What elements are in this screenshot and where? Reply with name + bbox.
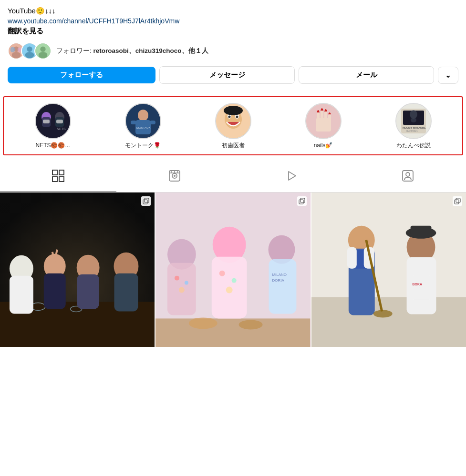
svg-rect-35 [321, 111, 323, 122]
bio-translate-button[interactable]: 翻訳を見る [8, 27, 458, 36]
grid-icon [52, 170, 64, 185]
multi-photo-icon-0 [141, 196, 151, 206]
bio-link[interactable]: www.youtube.com/channel/UCFFH1T9H5J7lAr4… [8, 17, 458, 25]
svg-rect-17 [56, 120, 63, 123]
svg-rect-46 [59, 170, 64, 175]
svg-point-30 [236, 116, 238, 118]
follow-button[interactable]: フォローする [8, 67, 155, 83]
svg-rect-78 [155, 318, 310, 347]
video-play-icon [285, 170, 298, 185]
photo-cell-2[interactable]: BOKA [311, 192, 466, 347]
stories-row: NETS NETS🏀🏀... MONTAUK [8, 103, 458, 150]
svg-rect-14 [43, 120, 50, 123]
svg-point-80 [239, 320, 263, 329]
svg-rect-75 [145, 198, 149, 203]
story-circle-1[interactable]: MONTAUK [125, 103, 161, 139]
followers-row: フォロワー: retoroasobi、chizu319choco、他１人 [8, 42, 458, 60]
svg-point-58 [406, 172, 410, 176]
svg-point-88 [219, 270, 225, 276]
svg-rect-113 [455, 200, 459, 204]
multi-photo-icon-1 [297, 196, 307, 206]
story-item-4[interactable]: NEOMY WATANBE 06/23/2021 わたんべ伝説 [392, 103, 435, 150]
story-item-3[interactable]: nails💅 [302, 103, 345, 150]
svg-point-83 [175, 275, 179, 280]
story-label-3: nails💅 [314, 142, 333, 150]
svg-point-6 [27, 47, 32, 52]
svg-rect-96 [300, 198, 305, 203]
story-circle-4[interactable]: NEOMY WATANBE 06/23/2021 [395, 103, 432, 139]
svg-rect-45 [52, 170, 57, 175]
more-button[interactable]: ⌄ [438, 67, 458, 84]
tab-reels[interactable] [116, 163, 233, 192]
svg-marker-56 [289, 172, 296, 180]
svg-point-9 [40, 47, 45, 52]
svg-point-31 [224, 106, 243, 115]
svg-rect-47 [52, 177, 57, 182]
tab-grid[interactable] [0, 163, 116, 192]
followers-text: フォロワー: retoroasobi、chizu319choco、他１人 [56, 47, 208, 55]
chevron-down-icon: ⌄ [445, 71, 451, 79]
svg-point-106 [373, 310, 392, 317]
svg-rect-71 [114, 273, 138, 311]
svg-rect-74 [143, 200, 147, 204]
svg-point-28 [228, 116, 230, 118]
stories-section: NETS NETS🏀🏀... MONTAUK [3, 96, 463, 155]
message-button[interactable]: メッセージ [159, 66, 295, 84]
svg-rect-95 [299, 200, 303, 204]
svg-rect-37 [328, 114, 331, 122]
tagged-icon [402, 170, 414, 185]
svg-text:NETS: NETS [57, 127, 66, 131]
tab-video[interactable] [233, 163, 350, 192]
story-image-2 [216, 104, 250, 138]
svg-rect-24 [150, 121, 155, 124]
svg-rect-11 [36, 104, 70, 138]
tab-tagged[interactable] [350, 163, 466, 192]
story-item-1[interactable]: MONTAUK モントーク🌹 [122, 103, 165, 150]
svg-point-89 [232, 278, 237, 283]
svg-rect-23 [131, 121, 136, 124]
follower-avatar-3 [34, 42, 52, 60]
svg-point-90 [226, 286, 233, 293]
svg-rect-114 [456, 198, 460, 203]
story-label-4: わたんべ伝説 [396, 142, 431, 150]
svg-point-7 [25, 52, 34, 58]
reels-icon [168, 170, 181, 185]
svg-point-42 [411, 118, 416, 122]
svg-point-84 [185, 281, 188, 284]
svg-rect-98 [311, 192, 466, 297]
story-item-0[interactable]: NETS NETS🏀🏀... [31, 103, 74, 150]
svg-point-10 [39, 52, 48, 58]
followers-avatars [8, 42, 52, 60]
svg-rect-69 [77, 274, 99, 309]
svg-text:MILANO: MILANO [272, 272, 287, 276]
story-circle-3[interactable] [305, 103, 342, 139]
story-image-0: NETS [36, 104, 70, 138]
svg-rect-109 [411, 275, 431, 299]
svg-point-79 [189, 317, 217, 329]
svg-text:BOKA: BOKA [412, 282, 422, 285]
tabs-row [0, 163, 466, 192]
photo-cell-1[interactable]: MILANO DORIA [155, 192, 310, 347]
svg-rect-36 [324, 111, 327, 122]
svg-rect-67 [44, 273, 66, 309]
story-item-2[interactable]: 初歯医者 [212, 103, 255, 150]
story-circle-2[interactable] [215, 103, 251, 139]
email-button[interactable]: メール [299, 66, 434, 84]
bio-section: YouTube🙂↓↓↓ www.youtube.com/channel/UCFF… [0, 0, 466, 96]
svg-point-41 [410, 110, 417, 119]
multi-photo-icon-2 [453, 196, 462, 206]
action-buttons: フォローする メッセージ メール ⌄ [8, 66, 458, 84]
svg-rect-48 [59, 177, 64, 182]
photo-cell-0[interactable] [0, 192, 155, 347]
svg-rect-99 [311, 297, 466, 347]
svg-rect-92 [269, 259, 297, 314]
story-label-2: 初歯医者 [222, 142, 245, 150]
story-label-0: NETS🏀🏀... [35, 142, 70, 150]
svg-text:NEOMY WATANBE: NEOMY WATANBE [403, 126, 426, 129]
svg-rect-65 [10, 275, 33, 314]
svg-rect-3 [10, 47, 15, 52]
svg-rect-34 [317, 112, 320, 122]
svg-point-20 [138, 110, 148, 121]
story-image-4: NEOMY WATANBE 06/23/2021 [396, 104, 431, 138]
story-circle-0[interactable]: NETS [35, 103, 71, 139]
